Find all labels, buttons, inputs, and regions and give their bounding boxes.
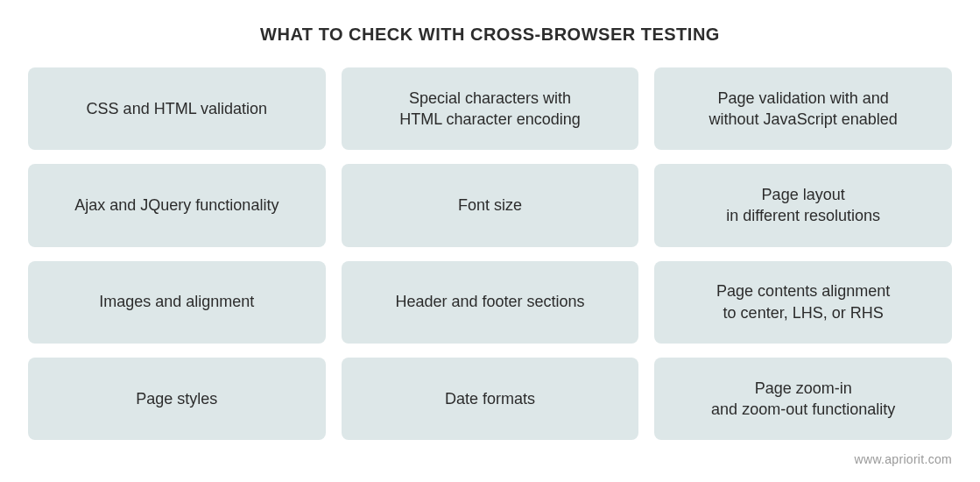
checklist-card: Page styles	[28, 358, 326, 440]
checklist-card: Date formats	[342, 358, 639, 440]
checklist-card: Page layout in different resolutions	[654, 164, 952, 246]
checklist-card: Font size	[342, 164, 639, 246]
checklist-card: Images and alignment	[28, 261, 326, 344]
checklist-card: Ajax and JQuery functionality	[28, 164, 326, 246]
checklist-card: Page validation with and without JavaScr…	[654, 67, 952, 150]
checklist-card: Page zoom-in and zoom-out functionality	[654, 358, 952, 440]
page-title: WHAT TO CHECK WITH CROSS-BROWSER TESTING	[28, 25, 952, 45]
checklist-card: Page contents alignment to center, LHS, …	[654, 261, 952, 344]
checklist-grid: CSS and HTML validation Special characte…	[28, 67, 952, 440]
checklist-card: Special characters with HTML character e…	[342, 67, 639, 150]
checklist-card: CSS and HTML validation	[28, 67, 326, 150]
checklist-card: Header and footer sections	[342, 261, 639, 344]
footer-credit: www.apriorit.com	[28, 452, 952, 466]
